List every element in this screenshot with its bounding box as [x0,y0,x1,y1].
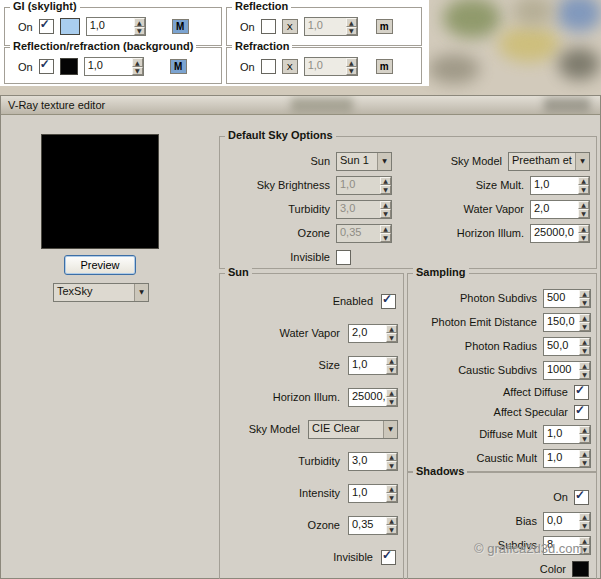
turbidity-spinner[interactable]: 3,0 ▲▼ [336,200,392,219]
sun-intensity-spinner[interactable]: 1,0▲▼ [348,484,398,503]
spin-up-button[interactable]: ▲ [346,58,357,67]
bias-spinner[interactable]: 0,0▲▼ [543,512,591,531]
caustic-subdivs-spinner[interactable]: 1000▲▼ [543,361,591,380]
spin-value[interactable]: 0,0 [544,513,579,530]
sun-sky-model-dropdown[interactable]: CIE Clear ▼ [308,420,398,439]
spin-up-button[interactable]: ▲ [578,177,589,186]
refl-refr-on-checkbox[interactable]: ✓ [39,59,54,74]
spin-value[interactable]: 1000 [544,362,579,379]
spin-value[interactable]: 25000,0 [531,225,578,242]
diffuse-mult-spinner[interactable]: 1,0▲▼ [543,425,591,444]
reflection-clear-button[interactable]: X [282,19,298,34]
spin-up-button[interactable]: ▲ [578,225,589,234]
reflection-on-checkbox[interactable]: ✓ [261,19,276,34]
refl-refr-map-button[interactable]: M [170,59,187,74]
texture-type-dropdown[interactable]: TexSky ▼ [53,283,149,302]
spin-up-button[interactable]: ▲ [579,362,590,371]
spin-up-button[interactable]: ▲ [386,485,397,494]
spin-down-button[interactable]: ▼ [386,461,397,470]
refraction-multiplier-spinner[interactable]: 1,0 ▲ ▼ [304,57,358,76]
reflection-map-button[interactable]: m [376,19,393,34]
spin-down-button[interactable]: ▼ [579,370,590,379]
spin-down-button[interactable]: ▼ [578,185,589,194]
spin-value[interactable]: 3,0 [337,201,380,218]
refl-refr-multiplier-spinner[interactable]: 1,0 ▲ ▼ [84,57,144,76]
spin-up-button[interactable]: ▲ [579,426,590,435]
refraction-clear-button[interactable]: X [282,59,298,74]
background-color-swatch[interactable] [60,58,78,75]
spin-value[interactable]: 0,35 [349,517,386,534]
spin-up-button[interactable]: ▲ [578,201,589,210]
sun-enabled-checkbox[interactable]: ✓ [381,294,396,309]
spin-down-button[interactable]: ▼ [386,333,397,342]
spin-down-button[interactable]: ▼ [386,365,397,374]
refraction-map-button[interactable]: m [376,59,393,74]
spin-up-button[interactable]: ▲ [386,389,397,398]
sun-size-spinner[interactable]: 1,0▲▼ [348,356,398,375]
refraction-on-checkbox[interactable]: ✓ [261,59,276,74]
spin-down-button[interactable]: ▼ [386,525,397,534]
spin-up-button[interactable]: ▲ [386,453,397,462]
gi-multiplier-spinner[interactable]: 1,0 ▲ ▼ [86,17,146,36]
spin-up-button[interactable]: ▲ [386,517,397,526]
spin-value[interactable]: 2,0 [349,325,386,342]
default-sky-invisible-checkbox[interactable]: ✓ [336,250,351,265]
water-vapor-spinner[interactable]: 2,0 ▲▼ [530,200,590,219]
affect-specular-checkbox[interactable]: ✓ [574,405,589,420]
spin-value[interactable]: 1,0 [349,485,386,502]
spin-down-button[interactable]: ▼ [579,521,590,530]
sky-brightness-spinner[interactable]: 1,0 ▲▼ [336,176,392,195]
spin-value[interactable]: 150,0 [544,314,579,331]
spin-down-button[interactable]: ▼ [346,27,357,36]
gi-on-checkbox[interactable]: ✓ [39,19,54,34]
spin-down-button[interactable]: ▼ [132,67,143,76]
shadow-color-swatch[interactable] [572,561,589,577]
sun-ozone-spinner[interactable]: 0,35▲▼ [348,516,398,535]
spin-up-button[interactable]: ▲ [579,290,590,299]
photon-subdivs-spinner[interactable]: 500▲▼ [543,289,591,308]
spin-down-button[interactable]: ▼ [579,458,590,467]
spin-up-button[interactable]: ▲ [579,314,590,323]
spin-up-button[interactable]: ▲ [579,513,590,522]
spin-down-button[interactable]: ▼ [386,397,397,406]
preview-button[interactable]: Preview [64,255,136,275]
gi-color-swatch[interactable] [60,18,80,35]
spin-value[interactable]: 1,0 [544,426,579,443]
spin-value[interactable]: 1,0 [305,18,346,35]
sun-water-vapor-spinner[interactable]: 2,0▲▼ [348,324,398,343]
spin-value[interactable]: 50,0 [544,338,579,355]
spin-up-button[interactable]: ▲ [346,18,357,27]
spin-down-button[interactable]: ▼ [579,322,590,331]
spin-value[interactable]: 1,0 [531,177,578,194]
spin-value[interactable]: 3,0 [349,453,386,470]
sun-turbidity-spinner[interactable]: 3,0▲▼ [348,452,398,471]
spin-up-button[interactable]: ▲ [386,325,397,334]
sun-invisible-checkbox[interactable]: ✓ [381,550,396,565]
spin-value[interactable]: 500 [544,290,579,307]
horizon-illum-spinner[interactable]: 25000,0 ▲▼ [530,224,590,243]
spin-value[interactable]: 1,0 [87,18,134,35]
spin-up-button[interactable]: ▲ [579,338,590,347]
size-mult-spinner[interactable]: 1,0 ▲▼ [530,176,590,195]
spin-value[interactable]: 1,0 [337,177,380,194]
spin-value[interactable]: 2,0 [531,201,578,218]
affect-diffuse-checkbox[interactable]: ✓ [574,385,589,400]
spin-down-button[interactable]: ▼ [579,346,590,355]
sun-horizon-illum-spinner[interactable]: 25000,0▲▼ [348,388,398,407]
spin-up-button[interactable]: ▲ [132,58,143,67]
gi-map-button[interactable]: M [172,19,189,34]
spin-value[interactable]: 25000,0 [349,389,386,406]
spin-up-button[interactable]: ▲ [579,450,590,459]
sun-dropdown[interactable]: Sun 1 ▼ [336,152,392,171]
spin-value[interactable]: 0,35 [337,225,380,242]
photon-emit-distance-spinner[interactable]: 150,0▲▼ [543,313,591,332]
spin-down-button[interactable]: ▼ [579,298,590,307]
spin-down-button[interactable]: ▼ [134,27,145,36]
spin-up-button[interactable]: ▲ [386,357,397,366]
sky-model-dropdown[interactable]: Preetham et al ▼ [508,152,590,171]
spin-value[interactable]: 1,0 [305,58,346,75]
caustic-mult-spinner[interactable]: 1,0▲▼ [543,449,591,468]
shadows-on-checkbox[interactable]: ✓ [574,490,589,505]
spin-down-button[interactable]: ▼ [579,434,590,443]
spin-down-button[interactable]: ▼ [386,493,397,502]
